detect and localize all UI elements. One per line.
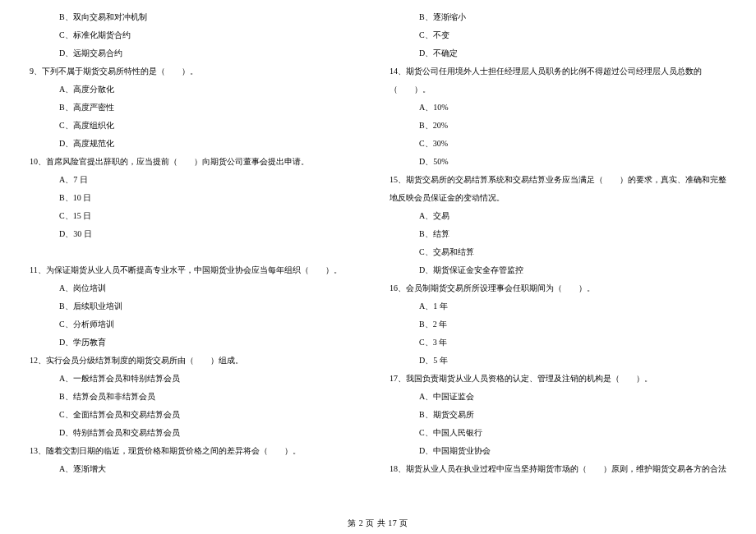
q10-option-b: B、10 日 [30,189,360,207]
q10-stem: 10、首席风险官提出辞职的，应当提前（ ）向期货公司董事会提出申请。 [30,153,360,171]
page-footer: 第 2 页 共 17 页 [0,518,756,529]
q13-option-d: D、不确定 [390,44,726,62]
q9-option-c: C、高度组织化 [30,117,360,135]
q12-option-c: C、全面结算会员和交易结算会员 [30,406,360,424]
q14-option-b: B、20% [390,117,726,135]
q16-option-a: A、1 年 [390,297,726,315]
q17-stem: 17、我国负责期货从业人员资格的认定、管理及注销的机构是（ ）。 [390,370,726,388]
q16-stem: 16、会员制期货交易所所设理事会任职期间为（ ）。 [390,279,726,297]
q11-option-d: D、学历教育 [30,334,360,352]
q13-option-b: B、逐渐缩小 [390,8,726,26]
section-gap [30,243,360,261]
q16-option-b: B、2 年 [390,315,726,334]
q15-option-b: B、结算 [390,225,726,243]
q17-option-d: D、中国期货业协会 [390,442,726,460]
q13-option-a: A、逐渐增大 [30,460,360,478]
q11-option-b: B、后续职业培训 [30,297,360,315]
q12-option-b: B、结算会员和非结算会员 [30,388,360,406]
q18-stem-line1: 18、期货从业人员在执业过程中应当坚持期货市场的（ ）原则，维护期货交易各方的合… [390,460,726,478]
q8-option-d: D、远期交易合约 [30,44,360,62]
q15-option-c: C、交易和结算 [390,243,726,261]
q17-option-c: C、中国人民银行 [390,424,726,442]
q16-option-d: D、5 年 [390,352,726,370]
q8-option-b: B、双向交易和对冲机制 [30,8,360,26]
q13-stem: 13、随着交割日期的临近，现货价格和期货价格之间的差异将会（ ）。 [30,442,360,460]
q11-option-a: A、岗位培训 [30,279,360,297]
q11-stem: 11、为保证期货从业人员不断提高专业水平，中国期货业协会应当每年组织（ ）。 [30,261,360,279]
q12-option-d: D、特别结算会员和交易结算会员 [30,424,360,442]
q15-option-a: A、交易 [390,207,726,225]
q9-option-d: D、高度规范化 [30,135,360,153]
q9-option-b: B、高度严密性 [30,99,360,117]
q9-stem: 9、下列不属于期货交易所特性的是（ ）。 [30,62,360,81]
q15-stem-line1: 15、期货交易所的交易结算系统和交易结算业务应当满足（ ）的要求，真实、准确和完… [390,171,726,189]
q16-option-c: C、3 年 [390,334,726,352]
q12-option-a: A、一般结算会员和特别结算会员 [30,370,360,388]
q14-option-d: D、50% [390,153,726,171]
q10-option-c: C、15 日 [30,207,360,225]
q9-option-a: A、高度分散化 [30,81,360,99]
q12-stem: 12、实行会员分级结算制度的期货交易所由（ ）组成。 [30,352,360,370]
q10-option-d: D、30 日 [30,225,360,243]
q15-stem-line2: 地反映会员保证金的变动情况。 [390,189,726,207]
q14-stem-line1: 14、期货公司任用境外人士担任经理层人员职务的比例不得超过公司经理层人员总数的 [390,62,726,81]
q17-option-b: B、期货交易所 [390,406,726,424]
q10-option-a: A、7 日 [30,171,360,189]
q14-option-a: A、10% [390,99,726,117]
q15-option-d: D、期货保证金安全存管监控 [390,261,726,279]
q13-option-c: C、不变 [390,26,726,44]
q8-option-c: C、标准化期货合约 [30,26,360,44]
q14-option-c: C、30% [390,135,726,153]
q11-option-c: C、分析师培训 [30,315,360,334]
q17-option-a: A、中国证监会 [390,388,726,406]
q14-stem-line2: （ ）。 [390,81,726,99]
